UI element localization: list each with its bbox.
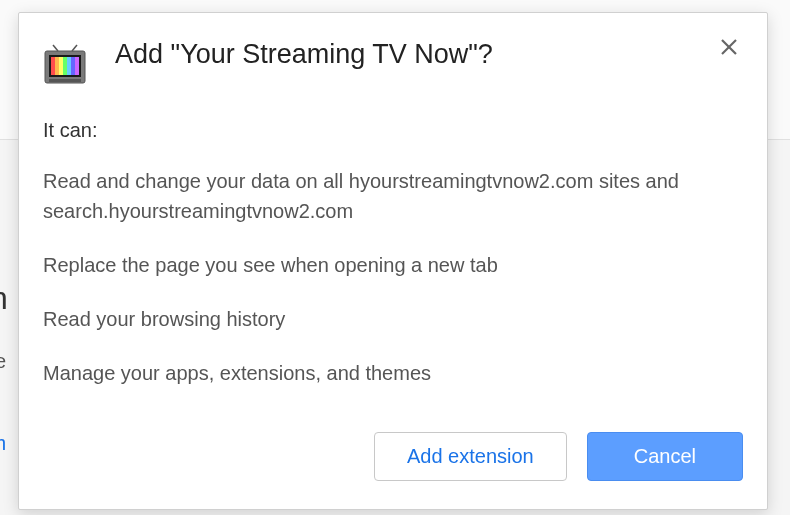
close-icon <box>720 38 738 56</box>
svg-rect-6 <box>63 57 67 75</box>
svg-rect-9 <box>75 57 79 75</box>
permission-item: Manage your apps, extensions, and themes <box>43 358 743 388</box>
bg-fragment: n <box>0 280 8 317</box>
svg-rect-12 <box>49 79 81 82</box>
extension-tv-icon <box>43 43 87 87</box>
dialog-header: Add "Your Streaming TV Now"? <box>19 13 767 95</box>
extension-install-dialog: Add "Your Streaming TV Now"? It can: Rea… <box>18 12 768 510</box>
svg-line-11 <box>72 45 77 51</box>
svg-line-10 <box>53 45 58 51</box>
bg-fragment: e <box>0 350 6 373</box>
permissions-label: It can: <box>43 119 743 142</box>
svg-rect-4 <box>55 57 59 75</box>
dialog-body: It can: Read and change your data on all… <box>19 95 767 420</box>
svg-rect-7 <box>67 57 71 75</box>
permission-item: Read and change your data on all hyourst… <box>43 166 743 226</box>
add-extension-button[interactable]: Add extension <box>374 432 567 481</box>
dialog-footer: Add extension Cancel <box>19 420 767 509</box>
permission-item: Read your browsing history <box>43 304 743 334</box>
dialog-title: Add "Your Streaming TV Now"? <box>115 37 743 72</box>
permission-item: Replace the page you see when opening a … <box>43 250 743 280</box>
cancel-button[interactable]: Cancel <box>587 432 743 481</box>
close-button[interactable] <box>715 33 743 61</box>
svg-rect-5 <box>59 57 63 75</box>
svg-rect-3 <box>51 57 55 75</box>
svg-rect-8 <box>71 57 75 75</box>
bg-fragment: h <box>0 432 6 455</box>
